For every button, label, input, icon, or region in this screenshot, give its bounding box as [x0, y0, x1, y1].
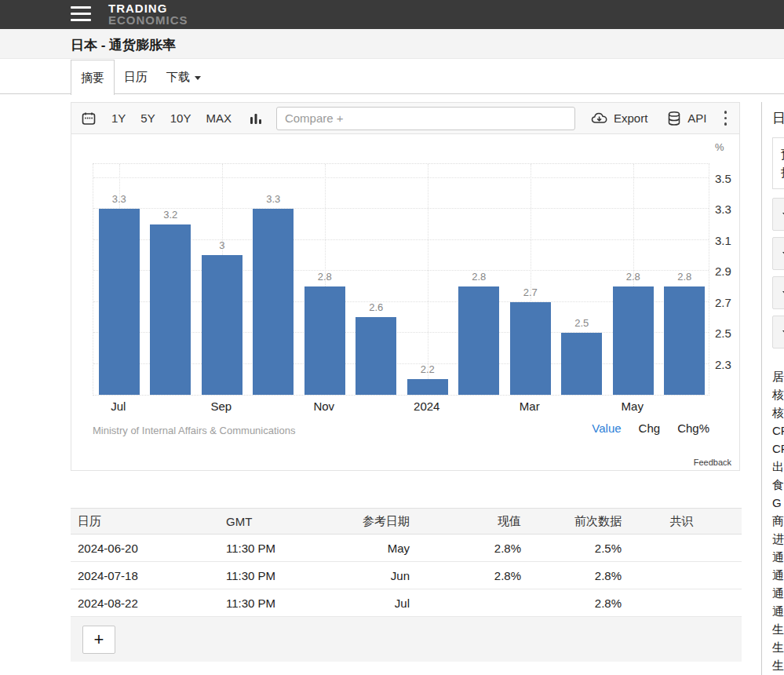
related-indicator-item[interactable]: 出 [772, 458, 784, 476]
gridline-horizontal [93, 208, 709, 209]
related-indicator-item[interactable]: 通 [772, 566, 784, 584]
chart-bar[interactable] [253, 209, 294, 395]
related-indicator-item[interactable]: 核 [772, 403, 784, 421]
range-button-1y[interactable]: 1Y [111, 111, 126, 125]
bar-value-label: 3 [219, 239, 224, 251]
bar-value-label: 2.7 [523, 286, 538, 298]
table-header-cell: 参考日期 [320, 514, 410, 529]
table-row[interactable]: 2024-08-2211:30 PMJul2.8% [71, 589, 742, 617]
export-button[interactable]: Export [591, 111, 647, 126]
bar-chart-icon[interactable] [249, 111, 263, 126]
page: TRADING ECONOMICS 日本 - 通货膨胀率 摘要日历下载 1Y5Y… [0, 0, 784, 675]
table-cell: 2.8% [410, 542, 521, 555]
table-cell: Jul [320, 597, 410, 610]
plot-area[interactable]: 3.33.233.32.82.62.22.82.72.52.82.8 [93, 163, 709, 396]
range-button-max[interactable]: MAX [206, 111, 232, 125]
chart-bar[interactable] [202, 255, 242, 395]
related-indicator-item[interactable]: CPI [772, 421, 784, 440]
x-tick-label: Nov [313, 400, 334, 413]
sidebar-link[interactable]: 指 [781, 163, 784, 181]
chart-bar[interactable] [150, 224, 191, 395]
range-button-5y[interactable]: 5Y [140, 111, 155, 125]
related-indicator-item[interactable]: 通 [772, 548, 784, 566]
table-cell: 11:30 PM [226, 597, 320, 610]
bar-value-label: 3.2 [163, 209, 177, 221]
table-row[interactable]: 2024-07-1811:30 PMJun2.8%2.8% [71, 562, 742, 589]
chart-bar[interactable] [613, 286, 654, 395]
chart-bar[interactable] [510, 302, 551, 395]
related-indicator-item[interactable]: 生 [772, 620, 784, 638]
y-tick-label: 2.5 [715, 327, 731, 340]
related-indicator-item[interactable]: 居 [772, 367, 784, 385]
chart-card: 1Y5Y10YMAX Export API % 3.33.233.32.82.6… [71, 102, 740, 471]
related-indicator-item[interactable]: 商 [772, 512, 784, 530]
y-tick-label: 3.1 [715, 234, 731, 247]
chart-bar[interactable] [304, 286, 345, 395]
table-cell: 2.5% [521, 542, 622, 555]
related-indicator-item[interactable]: 食 [772, 476, 784, 494]
hamburger-menu-icon[interactable] [71, 6, 91, 22]
sidebar-link[interactable]: 预 [781, 145, 784, 163]
related-indicator-item[interactable]: 进 [772, 530, 784, 548]
compare-input[interactable] [276, 107, 575, 130]
bar-value-label: 2.5 [574, 317, 589, 329]
chart-bar[interactable] [407, 379, 448, 395]
related-indicator-item[interactable]: 核 [772, 385, 784, 403]
sidebar-heading: 日 [772, 102, 784, 127]
sidebar-dropdown[interactable] [772, 237, 784, 270]
tab-row: 摘要日历下载 [0, 60, 784, 94]
kebab-menu-icon[interactable] [724, 109, 727, 127]
tab-下载[interactable]: 下载 [157, 60, 210, 94]
bar-value-label: 2.8 [677, 271, 691, 283]
y-tick-label: 2.3 [715, 358, 731, 371]
table-cell: Jun [320, 569, 410, 582]
table-cell: 2024-08-22 [71, 597, 226, 610]
table-cell: 11:30 PM [226, 542, 320, 555]
feedback-link[interactable]: Feedback [694, 458, 731, 467]
table-header-cell: GMT [226, 515, 320, 528]
sidebar-dropdown[interactable] [772, 316, 784, 348]
table-footer: + [71, 617, 742, 662]
table-row[interactable]: 2024-06-2011:30 PMMay2.8%2.5% [71, 535, 742, 562]
range-button-10y[interactable]: 10Y [170, 111, 191, 125]
y-tick-label: 3.5 [715, 172, 731, 185]
table-cell: 2.8% [410, 569, 521, 582]
cloud-download-icon [591, 111, 608, 126]
api-button[interactable]: API [666, 111, 706, 126]
table-header-cell: 共识 [622, 514, 742, 529]
mode-toggle-chg[interactable]: Chg [639, 421, 661, 435]
chart-toolbar: 1Y5Y10YMAX Export API [71, 103, 739, 134]
y-axis-unit: % [715, 141, 724, 153]
sidebar-links-panel: 预指 [772, 137, 784, 189]
y-tick-label: 2.9 [715, 265, 731, 278]
tab-日历[interactable]: 日历 [115, 60, 157, 94]
related-indicator-item[interactable]: 通 [772, 584, 784, 602]
related-indicator-item[interactable]: 生 [772, 656, 784, 674]
sidebar-dropdown[interactable] [772, 198, 784, 231]
related-indicator-item[interactable]: G [772, 494, 784, 512]
brand-logo[interactable]: TRADING ECONOMICS [108, 2, 188, 26]
chart-bar[interactable] [664, 286, 705, 395]
table-header-cell: 日历 [71, 514, 226, 529]
chart-bar[interactable] [99, 209, 140, 395]
table-cell: 2.8% [521, 569, 622, 582]
related-indicator-item[interactable]: 通 [772, 602, 784, 620]
related-indicator-item[interactable]: CPI [772, 440, 784, 458]
calendar-icon[interactable] [81, 111, 97, 126]
gridline-horizontal [93, 177, 709, 178]
chart-bar[interactable] [561, 333, 602, 395]
chart-bar[interactable] [356, 317, 396, 395]
table-cell: 2024-06-20 [71, 542, 226, 555]
series-mode-toggles: ValueChgChg% [574, 421, 709, 435]
sidebar-dropdown[interactable] [772, 276, 784, 309]
table-header-cell: 现值 [410, 514, 521, 529]
add-row-button[interactable]: + [82, 626, 115, 654]
chart-bar[interactable] [458, 286, 499, 395]
api-label: API [687, 111, 706, 125]
related-indicator-item[interactable]: 生 [772, 638, 784, 656]
mode-toggle-value[interactable]: Value [592, 421, 621, 435]
export-label: Export [614, 111, 647, 125]
mode-toggle-chgpct[interactable]: Chg% [677, 421, 709, 435]
tab-摘要[interactable]: 摘要 [71, 60, 115, 95]
bar-value-label: 2.8 [318, 271, 332, 283]
